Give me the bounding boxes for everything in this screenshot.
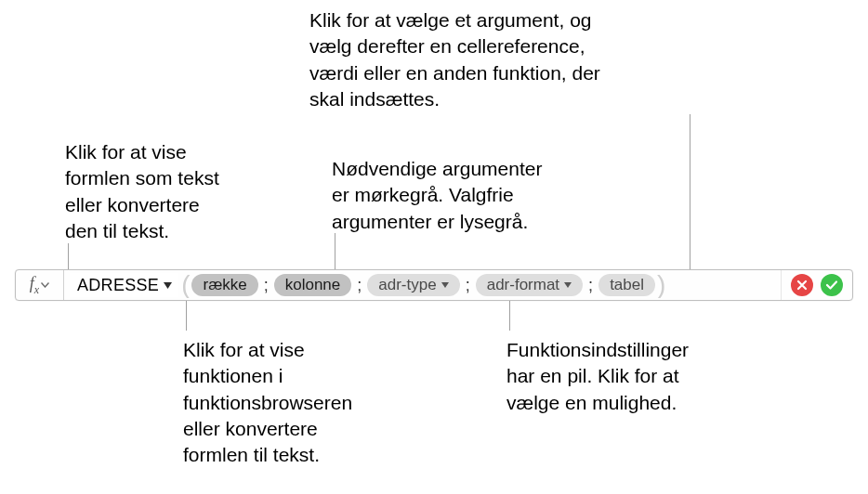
arg-separator: ; xyxy=(351,276,367,295)
leader-line xyxy=(68,243,69,269)
arg-label: kolonne xyxy=(285,276,341,294)
function-name-label: ADRESSE xyxy=(77,276,159,295)
formula-editor-bar: fx ADRESSE ( række ; kolonne ; adr-type … xyxy=(15,269,853,301)
formula-content[interactable]: ADRESSE ( række ; kolonne ; adr-type ; a… xyxy=(64,272,781,298)
arg-label: adr-format xyxy=(487,276,559,294)
formula-actions xyxy=(781,270,852,300)
triangle-down-icon xyxy=(164,282,172,289)
function-name-token[interactable]: ADRESSE xyxy=(70,273,178,297)
arg-label: række xyxy=(203,276,246,294)
arg-separator: ; xyxy=(460,276,476,295)
callout-select-argument: Klik for at vælge et argument, ogvælg de… xyxy=(309,7,700,112)
triangle-down-icon xyxy=(564,282,572,288)
arg-token-table[interactable]: tabel xyxy=(598,274,655,296)
leader-line xyxy=(186,297,187,331)
arg-separator: ; xyxy=(258,276,274,295)
fx-menu-button[interactable]: fx xyxy=(16,270,64,300)
arg-token-adr-format[interactable]: adr-format xyxy=(476,274,583,296)
open-paren: ( xyxy=(179,272,191,298)
cancel-button[interactable] xyxy=(791,274,813,296)
triangle-down-icon xyxy=(441,282,449,288)
callout-fx-toggle: Klik for at viseformlen som teksteller k… xyxy=(65,139,307,244)
arg-token-col[interactable]: kolonne xyxy=(274,274,352,296)
callout-function-browser: Klik for at visefunktionen ifunktionsbro… xyxy=(183,337,425,469)
leader-line xyxy=(509,297,510,331)
arg-token-row[interactable]: række xyxy=(191,274,257,296)
leader-line xyxy=(690,114,690,269)
leader-line xyxy=(335,233,335,269)
check-icon xyxy=(825,280,838,291)
close-paren: ) xyxy=(655,272,667,298)
arg-separator: ; xyxy=(583,276,598,295)
arg-label: tabel xyxy=(610,276,644,294)
callout-required-optional: Nødvendige argumenterer mørkegrå. Valgfr… xyxy=(332,156,611,235)
callout-settings-arrow: Funktionsindstillingerhar en pil. Klik f… xyxy=(506,337,785,416)
arg-label: adr-type xyxy=(378,276,436,294)
fx-icon: fx xyxy=(30,274,39,297)
close-icon xyxy=(796,280,808,291)
arg-token-adr-type[interactable]: adr-type xyxy=(367,274,459,296)
confirm-button[interactable] xyxy=(821,274,843,296)
chevron-down-icon xyxy=(41,282,49,288)
